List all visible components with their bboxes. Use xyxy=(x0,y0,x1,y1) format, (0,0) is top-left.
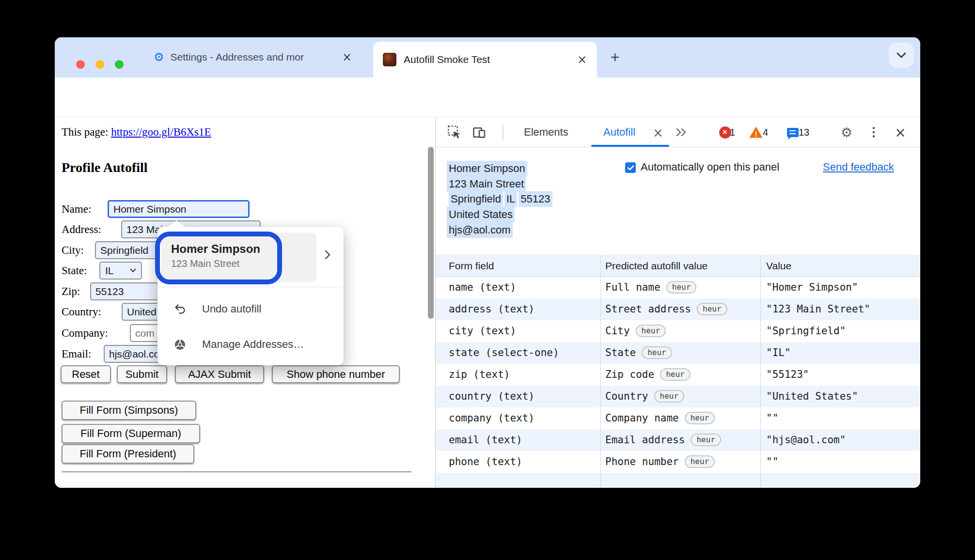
close-devtools-button[interactable]: × xyxy=(889,121,912,143)
tab-autofill[interactable]: Autofill xyxy=(603,117,635,147)
table-row[interactable]: address (text) Street addressheur "123 M… xyxy=(436,298,920,320)
popup-arrow xyxy=(168,220,185,227)
tab-search-chevron-button[interactable] xyxy=(889,43,914,68)
table-row[interactable]: phone (text) Phone numberheur "" xyxy=(436,451,920,473)
devtools-toolbar: Elements Autofill × × 1 ! 4 xyxy=(436,117,920,147)
goo-gl-link[interactable]: https://goo.gl/B6Xs1E xyxy=(111,126,211,138)
table-row[interactable]: email (text) Email addressheur "hjs@aol.… xyxy=(436,429,920,451)
zip-label: Zip: xyxy=(62,282,80,301)
close-icon[interactable]: × xyxy=(575,52,589,67)
undo-autofill-item[interactable]: Undo autofill xyxy=(157,297,344,321)
close-icon[interactable]: × xyxy=(340,50,354,64)
close-icon: × xyxy=(653,125,663,140)
table-row[interactable]: company (text) Company nameheur "" xyxy=(436,407,920,429)
address-preview-line: SpringfieldIL55123 xyxy=(449,191,554,207)
name-label: Name: xyxy=(62,200,91,218)
fill-form-simpsons-button[interactable]: Fill Form (Simpsons) xyxy=(62,401,196,420)
auto-open-checkbox[interactable] xyxy=(625,162,636,173)
heur-badge: heur xyxy=(654,390,685,403)
error-icon: × xyxy=(719,126,731,139)
macos-zoom-button[interactable] xyxy=(115,60,124,69)
undo-autofill-label: Undo autofill xyxy=(202,303,261,315)
undo-icon xyxy=(173,303,186,315)
tab-elements[interactable]: Elements xyxy=(524,117,568,147)
browser-window: ⚙ Settings - Addresses and mor × Autofil… xyxy=(55,37,920,488)
send-feedback-link[interactable]: Send feedback xyxy=(823,161,894,173)
autofill-suggestion-item[interactable]: Homer Simpson 123 Main Street xyxy=(161,233,316,282)
close-icon: × xyxy=(895,124,906,140)
heur-badge: heur xyxy=(685,412,715,424)
browser-toolbar: ← → rsolomakhin.github.io/autofill/ xyxy=(55,78,920,117)
heur-badge: heur xyxy=(691,434,721,446)
active-tab-underline xyxy=(591,145,669,147)
company-label: Company: xyxy=(62,324,108,342)
heur-badge: heur xyxy=(697,303,727,315)
submenu-chevron-icon[interactable] xyxy=(324,249,331,260)
double-chevron-icon xyxy=(676,128,687,137)
table-filler-row xyxy=(436,473,920,488)
header-predicted: Predicted autofill value xyxy=(605,255,708,277)
heur-badge: heur xyxy=(685,455,715,468)
tab-strip: ⚙ Settings - Addresses and mor × Autofil… xyxy=(55,37,920,78)
table-row[interactable]: city (text) Cityheur "Springfield" xyxy=(436,320,920,342)
auto-open-label: Automatically open this panel xyxy=(641,161,779,173)
tab-settings[interactable]: ⚙ Settings - Addresses and mor × xyxy=(143,43,361,71)
table-row[interactable]: zip (text) Zip codeheur "55123" xyxy=(436,364,920,386)
email-label: Email: xyxy=(62,345,91,363)
submit-button[interactable]: Submit xyxy=(117,365,167,383)
heur-badge: heur xyxy=(660,368,691,381)
warning-icon: ! xyxy=(750,127,763,138)
tab-title: Autofill Smoke Test xyxy=(404,54,575,65)
table-row[interactable]: state (select-one) Stateheur "IL" xyxy=(436,342,920,364)
homer-favicon-icon xyxy=(383,53,396,66)
inspect-cursor-icon xyxy=(447,125,462,140)
error-count: 1 xyxy=(730,117,735,147)
reset-button[interactable]: Reset xyxy=(61,365,111,383)
address-preview-line: Homer Simpson xyxy=(449,161,527,176)
heur-badge: heur xyxy=(642,346,672,359)
ajax-submit-button[interactable]: AJAX Submit xyxy=(175,365,264,383)
devtools-panel: Elements Autofill × × 1 ! 4 xyxy=(435,117,920,488)
city-label: City: xyxy=(62,241,84,260)
name-field[interactable] xyxy=(108,200,250,218)
devtools-settings-button[interactable]: ⚙ xyxy=(835,121,858,143)
suggestion-name: Homer Simpson xyxy=(171,242,316,256)
show-phone-number-button[interactable]: Show phone number xyxy=(272,365,400,383)
autofill-suggestion-popup: Homer Simpson 123 Main Street Undo autof… xyxy=(157,227,344,365)
kebab-menu-icon xyxy=(872,126,875,138)
column-separator xyxy=(600,255,601,488)
state-value: IL xyxy=(105,265,114,277)
more-tabs-button[interactable] xyxy=(670,121,692,143)
issues-count: 13 xyxy=(799,117,809,147)
header-value: Value xyxy=(766,255,791,277)
tab-title: Settings - Addresses and mor xyxy=(171,51,340,63)
page-title: Profile Autofill xyxy=(62,160,148,175)
column-separator xyxy=(760,255,761,488)
state-select[interactable]: IL xyxy=(99,262,142,280)
country-label: Country: xyxy=(62,303,101,321)
device-toolbar-button[interactable] xyxy=(468,121,490,143)
macos-minimize-button[interactable] xyxy=(95,60,104,69)
table-row[interactable]: country (text) Countryheur "United State… xyxy=(436,386,920,407)
address-preview-line: United States xyxy=(449,207,515,222)
manage-addresses-item[interactable]: Manage Addresses… xyxy=(157,333,344,356)
suggestion-detail: 123 Main Street xyxy=(171,258,316,269)
table-row[interactable]: name (text) Full nameheur "Homer Simpson… xyxy=(436,277,920,298)
fill-form-president-button[interactable]: Fill Form (President) xyxy=(62,444,194,464)
toolbar-separator xyxy=(503,125,503,140)
plus-icon: + xyxy=(611,48,620,66)
devtools-menu-button[interactable] xyxy=(863,121,885,143)
heur-badge: heur xyxy=(666,281,697,294)
tab-autofill-smoke-test[interactable]: Autofill Smoke Test × xyxy=(373,42,597,78)
fill-form-superman-button[interactable]: Fill Form (Superman) xyxy=(62,424,200,443)
this-page-label: This page: xyxy=(62,126,108,138)
page-scrollbar-thumb[interactable] xyxy=(428,147,434,319)
macos-close-button[interactable] xyxy=(76,60,85,69)
device-toolbar-icon xyxy=(472,125,487,140)
close-autofill-tab-button[interactable]: × xyxy=(647,122,669,144)
inspect-element-button[interactable] xyxy=(443,121,466,143)
popup-divider xyxy=(157,287,344,287)
heur-badge: heur xyxy=(636,325,666,337)
address-preview-line: hjs@aol.com xyxy=(449,222,513,238)
new-tab-button[interactable]: + xyxy=(606,48,624,66)
